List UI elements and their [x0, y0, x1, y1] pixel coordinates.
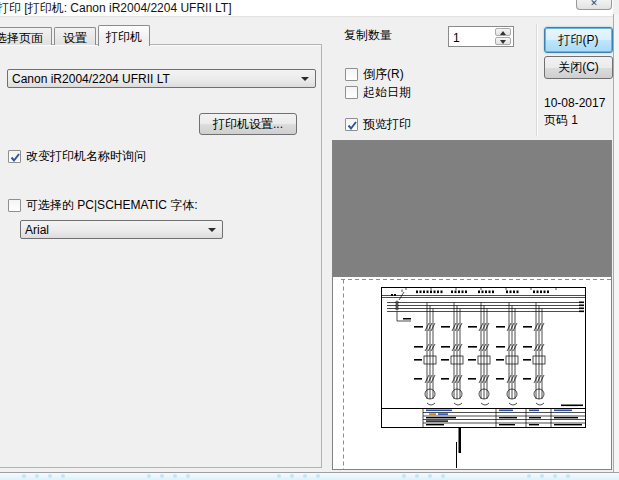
ask-on-rename-checkbox[interactable]: 改变打印机名称时询问 [8, 148, 146, 165]
start-date-label: 起始日期 [363, 84, 411, 101]
fold-mark-thick [459, 427, 462, 453]
tab-printer[interactable]: 打印机 [98, 25, 150, 46]
chevron-down-icon [301, 77, 309, 81]
printer-select-value: Canon iR2004/2204 UFRII LT [12, 72, 170, 86]
schematic-drawing [382, 288, 586, 428]
checkbox-box[interactable] [345, 86, 358, 99]
start-date-checkbox[interactable]: 起始日期 [345, 84, 411, 101]
preview-print-label: 预览打印 [363, 116, 411, 133]
chevron-down-icon [208, 228, 216, 232]
print-preview-page [333, 277, 611, 470]
reverse-order-label: 倒序(R) [363, 66, 404, 83]
copies-label: 复制数量 [344, 27, 392, 44]
checkbox-box[interactable] [345, 68, 358, 81]
check-icon [9, 151, 22, 164]
printer-select[interactable]: Canon iR2004/2204 UFRII LT [7, 69, 316, 88]
selectable-font-checkbox[interactable]: 可选择的 PC|SCHEMATIC 字体: [8, 197, 198, 214]
printer-setup-button[interactable]: 打印机设置... [199, 113, 297, 135]
close-button[interactable]: 关闭(C) [544, 56, 613, 79]
checkbox-box[interactable] [8, 199, 21, 212]
spinner-up-icon[interactable] [495, 28, 511, 36]
preview-print-checkbox[interactable]: 预览打印 [345, 116, 411, 133]
print-preview-pane [332, 140, 612, 470]
preview-background [333, 141, 611, 277]
print-date: 10-08-2017 [544, 96, 605, 110]
selectable-font-label: 可选择的 PC|SCHEMATIC 字体: [26, 197, 198, 214]
page-number: 页码 1 [544, 112, 578, 129]
desktop-background-sliver [0, 473, 619, 480]
spinner-down-icon[interactable] [495, 37, 511, 45]
close-icon: ✕ [590, 0, 598, 8]
tab-select-pages[interactable]: 选择页面 [0, 27, 52, 45]
print-button[interactable]: 打印(P) [544, 27, 613, 53]
print-dialog-window: 打印 [打印机: Canon iR2004/2204 UFRII LT] ✕ 选… [0, 0, 619, 480]
window-right-border [613, 14, 619, 473]
window-title: 打印 [打印机: Canon iR2004/2204 UFRII LT] [0, 0, 232, 17]
tab-settings[interactable]: 设置 [54, 27, 96, 45]
close-window-button[interactable]: ✕ [576, 0, 612, 10]
copies-stepper [495, 28, 511, 45]
tab-strip: 选择页面 设置 打印机 [0, 24, 152, 45]
ask-on-rename-label: 改变打印机名称时询问 [26, 148, 146, 165]
panel-divider [536, 24, 538, 136]
checkbox-box[interactable] [8, 150, 21, 163]
copies-input[interactable] [449, 27, 493, 46]
reverse-order-checkbox[interactable]: 倒序(R) [345, 66, 404, 83]
printer-tab-page [0, 44, 322, 468]
check-icon [346, 119, 359, 132]
titlebar: 打印 [打印机: Canon iR2004/2204 UFRII LT] ✕ [0, 0, 613, 17]
checkbox-box[interactable] [345, 118, 358, 131]
copies-input-wrap [448, 26, 514, 47]
font-select[interactable]: Arial [20, 220, 223, 239]
font-select-value: Arial [25, 223, 49, 237]
